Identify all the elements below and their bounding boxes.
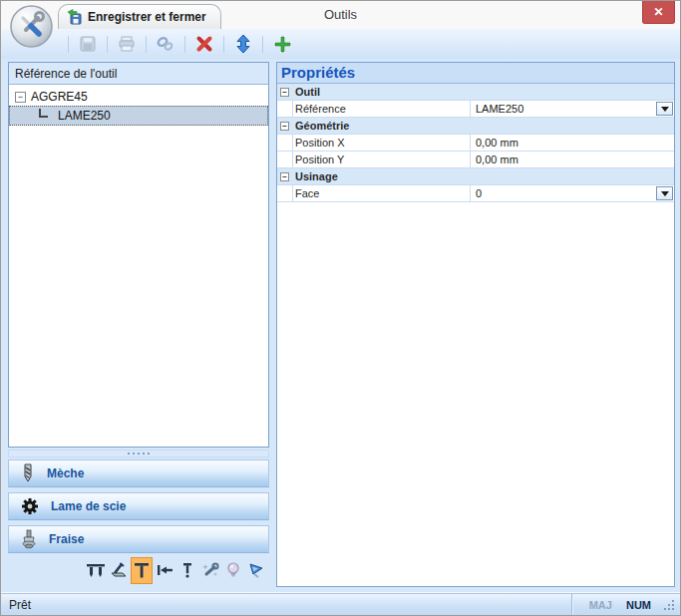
reference-dropdown-button[interactable] <box>656 102 673 116</box>
toolbar-separator <box>223 36 224 53</box>
properties-panel: Propriétés − Outil Référence LAME250 <box>276 62 675 587</box>
property-label: Face <box>293 185 471 201</box>
collapse-icon[interactable]: − <box>280 88 289 97</box>
wrench-button[interactable] <box>199 557 221 584</box>
status-indicators: MAJ NUM <box>571 594 680 615</box>
properties-title: Propriétés <box>277 63 674 84</box>
face-dropdown-button[interactable] <box>656 186 673 200</box>
tools-orb-button[interactable] <box>9 4 54 49</box>
plunge-icon <box>177 561 197 579</box>
chevron-down-icon <box>661 191 669 196</box>
panel-label: Mèche <box>47 466 84 480</box>
status-bar: Prêt MAJ NUM <box>1 593 680 615</box>
splitter[interactable] <box>8 450 269 458</box>
tool-options-toolbar <box>8 553 269 587</box>
property-row-face: Face 0 <box>277 185 674 202</box>
face-value[interactable]: 0 <box>471 185 674 201</box>
category-usinage[interactable]: − Usinage <box>277 168 674 185</box>
move-updown-icon <box>235 34 251 54</box>
resize-grip[interactable] <box>662 598 676 612</box>
tools-orb-icon <box>9 4 54 49</box>
chevron-down-icon <box>661 107 669 112</box>
drill-rack-icon <box>86 561 106 579</box>
engrave-button[interactable] <box>108 557 130 584</box>
tree-header: Référence de l'outil <box>9 63 268 85</box>
tool-post-button[interactable] <box>131 557 153 584</box>
move-updown-button[interactable] <box>231 32 255 56</box>
left-column: Référence de l'outil − AGGRE45 LAME250 <box>8 62 269 587</box>
property-label: Référence <box>293 101 471 117</box>
category-outil[interactable]: − Outil <box>277 84 674 101</box>
main-toolbar <box>1 29 680 59</box>
delete-button[interactable] <box>192 32 216 56</box>
panel-label: Fraise <box>49 532 84 546</box>
save-and-close-button[interactable]: Enregistrer et fermer <box>58 4 221 29</box>
toolbar-separator <box>184 36 185 53</box>
save-and-close-label: Enregistrer et fermer <box>88 10 206 24</box>
panel-fraise[interactable]: Fraise <box>8 525 269 553</box>
wrench-icon <box>200 561 220 579</box>
print-icon <box>118 35 136 53</box>
collapse-icon[interactable]: − <box>280 172 289 181</box>
drill-bit-icon <box>20 463 36 483</box>
delete-icon <box>195 35 213 53</box>
print-button[interactable] <box>115 32 139 56</box>
num-lock-indicator: NUM <box>621 599 656 611</box>
caps-lock-indicator: MAJ <box>584 599 617 611</box>
outils-dialog: Enregistrer et fermer Outils ✕ <box>0 0 681 616</box>
titlebar: Enregistrer et fermer Outils ✕ <box>1 1 680 29</box>
save-button[interactable] <box>76 32 100 56</box>
tool-post-icon <box>132 561 152 579</box>
tool-stop-icon <box>155 561 174 579</box>
collapse-icon[interactable]: − <box>280 122 289 131</box>
property-label: Position X <box>293 135 471 151</box>
drill-rack-button[interactable] <box>85 557 107 584</box>
toolbar-separator <box>262 36 263 53</box>
tree-connector-icon <box>39 109 48 118</box>
property-label: Position Y <box>293 152 471 167</box>
reference-value[interactable]: LAME250 <box>471 101 674 117</box>
link-button[interactable] <box>154 32 177 56</box>
add-button[interactable] <box>270 32 294 56</box>
position-y-value[interactable]: 0,00 mm <box>471 152 674 167</box>
tree-item-label: AGGRE45 <box>31 90 88 104</box>
save-close-icon <box>67 9 83 25</box>
property-row-position-y: Position Y 0,00 mm <box>277 152 674 168</box>
panel-meche[interactable]: Mèche <box>8 460 269 487</box>
toolbar-separator <box>107 36 108 53</box>
close-icon: ✕ <box>653 5 663 19</box>
category-label: Outil <box>293 84 471 100</box>
save-icon <box>79 35 97 53</box>
main-area: Référence de l'outil − AGGRE45 LAME250 <box>1 59 680 592</box>
right-column: Propriétés − Outil Référence LAME250 <box>276 62 675 587</box>
property-grid: − Outil Référence LAME250 − Géométrie <box>277 84 674 202</box>
engrave-icon <box>109 561 129 579</box>
panel-lame-de-scie[interactable]: Lame de scie <box>8 492 269 520</box>
toolbar-separator <box>68 36 69 53</box>
collapse-icon[interactable]: − <box>15 92 26 103</box>
tool-reference-panel: Référence de l'outil − AGGRE45 LAME250 <box>8 62 269 448</box>
plunge-button[interactable] <box>176 557 198 584</box>
router-bit-icon <box>20 529 38 549</box>
toolbar-separator <box>146 36 147 53</box>
close-button[interactable]: ✕ <box>642 1 675 24</box>
tool-stop-button[interactable] <box>154 557 175 584</box>
link-icon <box>156 35 175 53</box>
position-x-value[interactable]: 0,00 mm <box>471 135 674 151</box>
tree-item-aggre45[interactable]: − AGGRE45 <box>9 88 268 106</box>
tree-item-label: LAME250 <box>58 109 111 123</box>
panel-label: Lame de scie <box>51 499 126 513</box>
bulb-icon <box>224 561 242 579</box>
tool-tree: − AGGRE45 LAME250 <box>9 85 268 447</box>
tree-item-lame250[interactable]: LAME250 <box>9 106 268 126</box>
saw-blade-icon <box>20 496 40 516</box>
category-geometrie[interactable]: − Géométrie <box>277 118 674 135</box>
property-row-reference: Référence LAME250 <box>277 101 674 118</box>
bulb-button[interactable] <box>222 557 244 584</box>
direction-cone-button[interactable] <box>245 557 267 584</box>
property-row-position-x: Position X 0,00 mm <box>277 135 674 152</box>
status-text: Prêt <box>1 598 31 612</box>
add-icon <box>273 35 292 54</box>
direction-cone-icon <box>246 561 266 579</box>
category-label: Usinage <box>293 168 471 184</box>
